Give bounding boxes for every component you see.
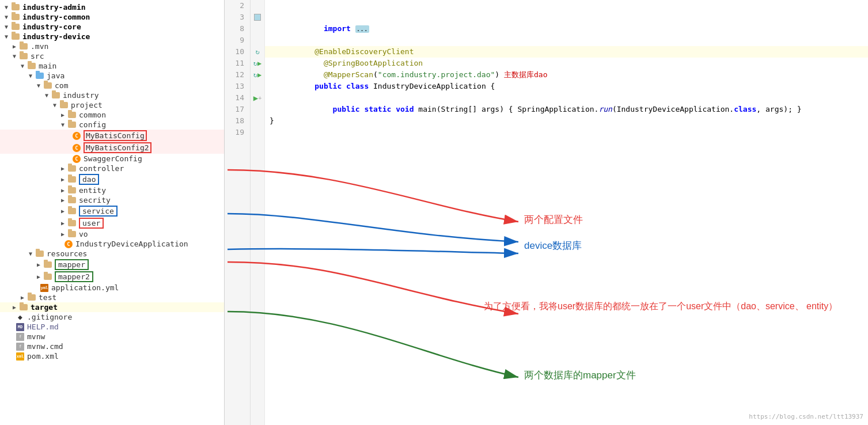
tree-item-application-yml[interactable]: yml application.yml [0,283,224,293]
tree-item-target[interactable]: ▶ target [0,302,224,312]
tree-label: target [31,303,58,312]
arrow-icon: ▶ [59,187,67,193]
arrow-icon: ▼ [35,82,43,89]
arrow-icon: ▶ [59,165,67,172]
tree-item-mvnw[interactable]: f mvnw [0,332,224,341]
tree-label: mvnw.cmd [27,342,63,351]
tree-item-industry[interactable]: ▼ industry [0,90,224,100]
tree-item-industry-common[interactable]: ▼ industry-common [0,12,224,22]
folder-icon [18,43,29,51]
arrow-icon: ▼ [26,73,35,79]
tree-item-user[interactable]: ▶ user [0,217,224,229]
folder-icon [67,176,77,184]
tree-item-controller[interactable]: ▶ controller [0,164,224,173]
tree-item-com[interactable]: ▼ com [0,81,224,90]
tree-item-common[interactable]: ▶ common [0,110,224,120]
tree-label: mvnw [27,332,45,341]
tree-item-mybatisconfig[interactable]: C MyBatisConfig [0,130,224,142]
code-line-14: public static void main(String[] args) {… [265,92,868,104]
java-class-icon: C [71,144,82,152]
tree-label: .gitignore [27,313,72,321]
arrow-icon: ▼ [2,14,10,20]
md-file-icon: MD [15,323,25,331]
java-class-icon: C [71,155,82,163]
tree-item-mvn[interactable]: ▶ .mvn [0,41,224,51]
folder-icon [43,273,53,281]
arrow-icon: ▼ [18,63,26,69]
tree-label: .mvn [31,42,48,51]
tree-item-secrity[interactable]: ▶ secrity [0,195,224,205]
arrow-icon: ▼ [2,24,10,30]
generic-file-icon: f [15,343,25,351]
tree-label: pom.xml [27,352,59,361]
tree-item-main[interactable]: ▼ main [0,61,224,71]
tree-label: industry-admin [22,3,86,12]
arrow-icon: ▶ [59,208,67,214]
folder-icon [67,165,77,173]
folder-icon [10,23,21,31]
tree-label: industry [63,91,99,100]
tree-item-pom-xml[interactable]: xml pom.xml [0,351,224,361]
folder-icon [43,82,53,90]
arrow-icon: ▼ [2,33,10,40]
tree-label: user [79,218,104,229]
folder-icon [67,219,77,227]
tree-item-mapper2[interactable]: ▶ mapper2 [0,271,224,283]
code-line-9: @EnableDiscoveryClient [265,35,868,46]
tree-item-help-md[interactable]: MD HELP.md [0,322,224,332]
arrow-icon: ▶ [59,231,67,237]
tree-label: vo [79,230,88,238]
tree-item-industry-core[interactable]: ▼ industry-core [0,22,224,32]
tree-item-dao[interactable]: ▶ dao [0,173,224,185]
folder-icon [67,230,77,238]
code-line-3: import ... [265,12,868,23]
tree-label: MyBatisConfig2 [84,142,151,153]
tree-item-mapper[interactable]: ▶ mapper [0,259,224,271]
tree-item-vo[interactable]: ▶ vo [0,229,224,239]
tree-item-industry-admin[interactable]: ▼ industry-admin [0,2,224,12]
tree-label: secrity [79,196,111,204]
arrow-icon: ▼ [10,53,18,59]
arrow-icon: ▼ [26,251,35,257]
tree-item-java[interactable]: ▼ java [0,71,224,81]
tree-item-test[interactable]: ▶ test [0,293,224,302]
tree-label: SwaggerConfig [84,154,142,163]
tree-label: service [79,206,117,217]
arrow-icon: ▶ [35,274,43,280]
tree-label: java [47,71,65,80]
tree-item-src[interactable]: ▼ src [0,51,224,61]
tree-item-project[interactable]: ▼ project [0,100,224,110]
tree-item-mybatisconfig2[interactable]: C MyBatisConfig2 [0,142,224,154]
tree-item-gitignore[interactable]: ◆ .gitignore [0,312,224,322]
tree-item-swaggerconfig[interactable]: C SwaggerConfig [0,154,224,164]
tree-label: industry-core [22,22,81,31]
tree-label: entity [79,186,106,195]
tree-item-service[interactable]: ▶ service [0,205,224,217]
code-line-18: } [265,115,868,127]
tree-label: controller [79,164,124,173]
tree-item-IndustryDeviceApplication[interactable]: C IndustryDeviceApplication [0,239,224,249]
tree-item-resources[interactable]: ▼ resources [0,249,224,259]
folder-icon [10,33,21,41]
arrow-icon: ▶ [10,304,18,310]
tree-label: mapper2 [55,271,93,282]
folder-icon [35,250,45,258]
arrow-icon: ▶ [35,261,43,268]
arrow-icon: ▼ [43,92,51,98]
arrow-icon: ▶ [59,220,67,226]
arrow-icon: ▶ [59,112,67,118]
tree-label: common [79,111,106,119]
tree-item-mvnw-cmd[interactable]: f mvnw.cmd [0,341,224,351]
code-line-19 [265,127,868,138]
tree-label: config [79,120,106,129]
tree-item-entity[interactable]: ▶ entity [0,185,224,195]
tree-item-industry-device[interactable]: ▼ industry-device [0,32,224,41]
tree-label: resources [47,249,87,258]
folder-icon [43,261,53,269]
java-class-icon: C [63,240,74,248]
folder-icon [10,3,21,12]
folder-blue-icon [35,72,45,80]
tree-item-config[interactable]: ▼ config [0,120,224,130]
file-tree[interactable]: ▼ industry-admin ▼ industry-common ▼ ind… [0,0,225,425]
arrow-icon: ▶ [10,43,18,50]
